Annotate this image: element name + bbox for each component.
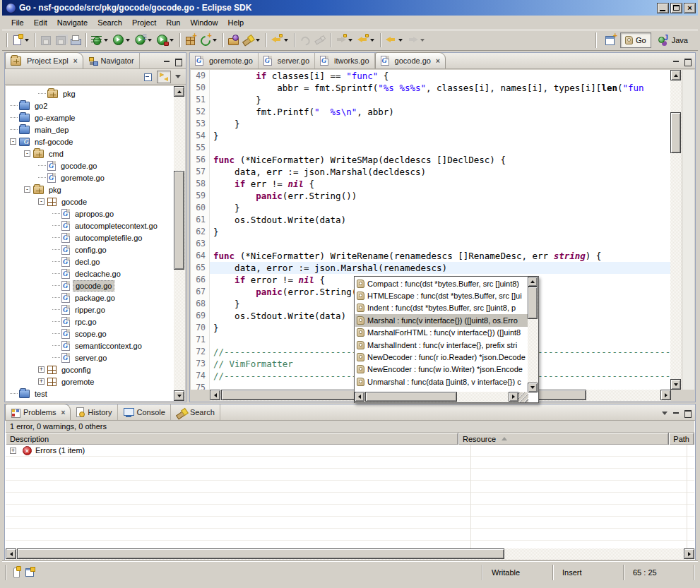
problems-row-errors[interactable]: +×Errors (1 item) (6, 445, 694, 457)
tab-close-icon[interactable]: × (73, 57, 78, 65)
tree-item-server-go[interactable]: server.go (6, 352, 174, 364)
tree-item-goremote-go[interactable]: goremote.go (6, 172, 174, 184)
menu-run[interactable]: Run (161, 17, 185, 28)
fast-view-icon[interactable] (12, 567, 20, 578)
tree-item-apropos-go[interactable]: apropos.go (6, 208, 174, 220)
tree-item-package-go[interactable]: package.go (6, 292, 174, 304)
dropdown-caret[interactable] (256, 39, 260, 42)
tree-item-pkg[interactable]: -pkg (6, 184, 174, 196)
code-line-65[interactable]: 65 data, error := json.Marshal(renamedes… (191, 262, 670, 274)
tree-item-gocode[interactable]: -gocode (6, 196, 174, 208)
code-line-52[interactable]: 52 fmt.Printf(" %s\n", abbr) (191, 106, 670, 118)
maximize-button[interactable] (670, 3, 682, 13)
dropdown-caret[interactable] (420, 39, 425, 42)
tree-item-nsf-gocode[interactable]: -nsf-gocode (6, 136, 174, 148)
editor-minimize-button[interactable] (672, 58, 681, 66)
menu-navigate[interactable]: Navigate (52, 17, 93, 28)
scroll-up-button[interactable] (174, 86, 184, 97)
link-with-editor-button[interactable] (157, 71, 171, 83)
scroll-right-button[interactable] (684, 548, 694, 559)
completion-item-8[interactable]: Unmarshal : func(data []uint8, v interfa… (355, 376, 528, 388)
new-wizard-button[interactable] (10, 32, 32, 49)
perspective-go-button[interactable]: Go (620, 32, 651, 48)
completion-item-1[interactable]: HTMLEscape : func(dst *bytes.Buffer, src… (355, 289, 528, 301)
completion-item-5[interactable]: MarshalIndent : func(v interface{}, pref… (355, 339, 528, 351)
scroll-left-button[interactable] (6, 548, 16, 559)
view-menu-button[interactable] (660, 409, 670, 417)
tree-item-declcache-go[interactable]: declcache.go (6, 268, 174, 280)
open-resource-button[interactable] (226, 32, 241, 49)
code-line-50[interactable]: 50 abbr = fmt.Sprintf("%s %s%s", classes… (191, 82, 670, 94)
dropdown-caret[interactable] (126, 39, 130, 42)
tab-close-icon[interactable]: × (436, 57, 440, 65)
bottom-tab-console[interactable]: Console (118, 404, 171, 420)
tree-item-goconfig[interactable]: +goconfig (6, 364, 174, 376)
completion-item-6[interactable]: NewDecoder : func(r io.Reader) *json.Dec… (355, 351, 528, 363)
tree-expander-collapse[interactable]: - (38, 198, 45, 205)
restore-view-icon[interactable] (25, 567, 35, 577)
tree-expander-collapse[interactable]: - (24, 150, 30, 157)
editor-tab-gocode-go[interactable]: gocode.go× (375, 52, 446, 68)
code-line-49[interactable]: 49 if classes[i] == "func" { (191, 70, 670, 82)
view-maximize-button[interactable] (683, 409, 692, 417)
scroll-down-button[interactable] (528, 383, 538, 392)
open-perspective-button[interactable] (603, 32, 618, 49)
view-minimize-button[interactable] (162, 58, 172, 66)
run-button[interactable] (111, 32, 133, 49)
dropdown-caret[interactable] (348, 39, 352, 42)
tree-expander-collapse[interactable]: - (24, 186, 30, 193)
popup-horizontal-scrollbar[interactable] (355, 392, 528, 402)
run-history-button[interactable] (133, 32, 155, 49)
row-expander-expand[interactable]: + (10, 448, 16, 454)
column-resource[interactable]: Resource (458, 433, 669, 445)
completion-item-3[interactable]: Marshal : func(v interface{}) ([]uint8, … (355, 314, 528, 326)
code-line-58[interactable]: 58 if err != nil { (191, 178, 670, 190)
scroll-thumb[interactable] (528, 287, 538, 319)
scroll-down-button[interactable] (670, 379, 681, 390)
scroll-down-button[interactable] (174, 390, 184, 401)
view-tab-navigator[interactable]: Navigator (83, 53, 140, 68)
tree-item-semanticcontext-go[interactable]: semanticcontext.go (6, 340, 174, 352)
tree-item-config-go[interactable]: config.go (6, 244, 174, 256)
close-button[interactable]: × (684, 3, 696, 13)
tree-item-gocode-go[interactable]: gocode.go (6, 160, 174, 172)
scroll-right-button[interactable] (660, 390, 671, 400)
titlebar[interactable]: Go - nsf-gocode/src/pkg/gocode/gocode.go… (2, 0, 698, 16)
scroll-thumb[interactable] (174, 171, 184, 270)
completion-item-0[interactable]: Compact : func(dst *bytes.Buffer, src []… (355, 277, 528, 289)
tree-expander-collapse[interactable]: - (10, 138, 16, 145)
tree-item-scope-go[interactable]: scope.go (6, 328, 174, 340)
tree-item-goremote[interactable]: +goremote (6, 376, 174, 388)
tree-item-ripper-go[interactable]: ripper.go (6, 304, 174, 316)
view-minimize-button[interactable] (672, 409, 681, 417)
menu-project[interactable]: Project (127, 17, 161, 28)
scroll-right-button[interactable] (509, 392, 518, 402)
code-line-59[interactable]: 59 panic(err.String()) (191, 190, 670, 202)
tab-close-icon[interactable]: × (61, 409, 65, 416)
code-line-57[interactable]: 57 data, err := json.Marshal(decldescs) (191, 166, 670, 178)
column-path[interactable]: Path (669, 433, 694, 445)
dropdown-caret[interactable] (284, 39, 288, 42)
code-line-56[interactable]: 56func (*NiceFormatter) WriteSMap(declde… (191, 154, 670, 166)
back-button[interactable] (384, 32, 405, 49)
editor-tab-itworks-go[interactable]: itworks.go (315, 53, 375, 68)
tree-item-decl-go[interactable]: decl.go (6, 256, 174, 268)
code-line-60[interactable]: 60 } (191, 202, 670, 214)
menu-window[interactable]: Window (185, 17, 223, 28)
view-tab-project-expl[interactable]: Project Expl× (5, 52, 83, 68)
view-menu-button[interactable] (174, 73, 183, 80)
editor-vertical-scrollbar[interactable] (670, 70, 682, 390)
dropdown-caret[interactable] (148, 39, 152, 42)
completion-item-7[interactable]: NewEncoder : func(w io.Writer) *json.Enc… (355, 364, 528, 376)
perspective-java-button[interactable]: Java (653, 32, 692, 48)
problems-horizontal-scrollbar[interactable] (6, 548, 694, 560)
code-line-53[interactable]: 53 } (191, 118, 670, 130)
bottom-tab-problems[interactable]: Problems× (5, 404, 71, 420)
column-description[interactable]: Description (6, 433, 458, 445)
code-line-63[interactable]: 63 (191, 238, 670, 250)
bottom-tab-history[interactable]: History (71, 404, 117, 420)
tree-item-main-dep[interactable]: main_dep (6, 124, 174, 136)
tree-item-gocode-go[interactable]: gocode.go (6, 280, 174, 292)
tree-expander-expand[interactable]: + (38, 378, 45, 385)
go-build-button[interactable] (198, 32, 220, 49)
